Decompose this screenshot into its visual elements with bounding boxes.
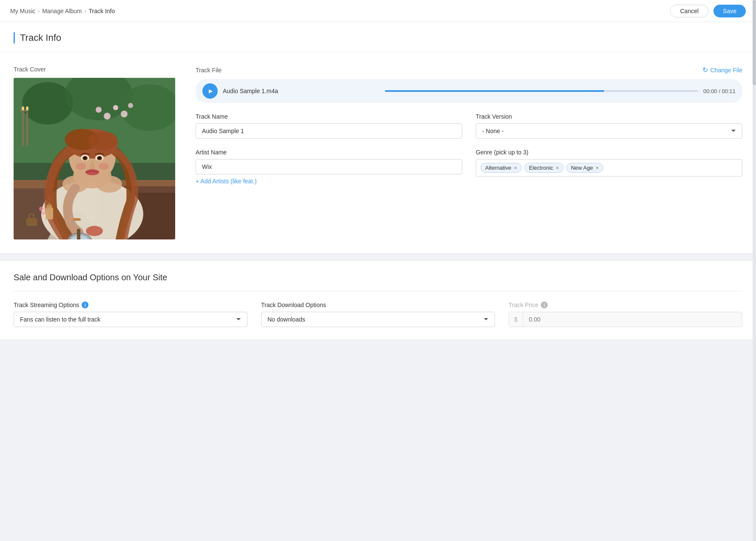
play-button[interactable]: ▶ xyxy=(202,83,218,99)
genre-tag-alternative-remove[interactable]: × xyxy=(514,165,517,171)
svg-point-20 xyxy=(86,226,103,236)
svg-rect-10 xyxy=(26,112,28,146)
svg-point-2 xyxy=(22,82,73,125)
audio-player: ▶ Audio Sample 1.m4a 00:00 / 00:11 xyxy=(196,79,742,103)
svg-point-13 xyxy=(22,106,24,111)
topbar: My Music › Manage Album › Track Info Can… xyxy=(0,0,756,22)
genre-tag-new-age: New Age × xyxy=(566,163,604,173)
track-details-column: Track File ↻ Change File ▶ Audio Sample … xyxy=(196,66,742,239)
track-name-version-row: Track Name Track Version - None - xyxy=(196,113,742,139)
genre-group: Genre (pick up to 3) Alternative × Elect… xyxy=(476,149,742,185)
change-file-label: Change File xyxy=(711,67,743,74)
track-version-select[interactable]: - None - xyxy=(476,123,742,139)
breadcrumb-chevron-1: › xyxy=(38,8,40,14)
track-cover-image xyxy=(14,78,175,239)
price-info-icon[interactable]: i xyxy=(541,302,548,308)
track-cover-column: Track Cover xyxy=(14,66,175,239)
svg-point-7 xyxy=(96,107,102,113)
track-file-header: Track File ↻ Change File xyxy=(196,66,742,74)
genre-label: Genre (pick up to 3) xyxy=(476,149,742,156)
sale-options-row: Track Streaming Options i Fans can liste… xyxy=(14,302,742,327)
price-input-wrapper: $ xyxy=(509,312,742,327)
svg-point-46 xyxy=(39,207,43,211)
genre-tag-new-age-remove[interactable]: × xyxy=(596,165,599,171)
audio-progress-fill xyxy=(385,90,604,92)
artist-name-group: Artist Name + Add Artists (like feat.) xyxy=(196,149,462,185)
svg-point-35 xyxy=(76,163,86,170)
topbar-actions: Cancel Save xyxy=(670,5,746,17)
breadcrumb-track-info: Track Info xyxy=(89,8,115,14)
genre-tag-alternative: Alternative × xyxy=(480,163,522,173)
artist-name-label: Artist Name xyxy=(196,149,462,156)
track-info-section: Track Cover xyxy=(0,52,756,253)
breadcrumb: My Music › Manage Album › Track Info xyxy=(10,8,115,14)
audio-filename: Audio Sample 1.m4a xyxy=(223,88,380,94)
svg-point-14 xyxy=(26,106,28,111)
svg-rect-43 xyxy=(45,208,53,219)
svg-point-9 xyxy=(128,103,133,108)
svg-point-6 xyxy=(113,105,118,110)
track-version-group: Track Version - None - xyxy=(476,113,742,139)
svg-point-5 xyxy=(104,113,111,120)
track-version-label: Track Version xyxy=(476,113,742,120)
genre-tag-alternative-label: Alternative xyxy=(485,165,511,171)
download-select[interactable]: No downloadsFree downloadPaid download xyxy=(261,312,495,327)
audio-time: 00:00 / 00:11 xyxy=(703,88,736,94)
add-artists-link[interactable]: + Add Artists (like feat.) xyxy=(196,178,257,185)
artist-genre-row: Artist Name + Add Artists (like feat.) G… xyxy=(196,149,742,185)
breadcrumb-chevron-2: › xyxy=(85,8,86,14)
svg-point-36 xyxy=(99,163,109,170)
play-icon: ▶ xyxy=(209,88,213,94)
svg-point-27 xyxy=(88,131,118,150)
price-group: Track Price i $ xyxy=(509,302,742,327)
price-input[interactable] xyxy=(523,312,742,327)
streaming-select[interactable]: Fans can listen to the full trackNo stre… xyxy=(14,312,247,327)
download-label-row: Track Download Options xyxy=(261,302,495,308)
svg-point-32 xyxy=(84,157,86,159)
track-cover-painting xyxy=(14,78,175,239)
svg-rect-11 xyxy=(22,112,24,146)
genre-tags-container[interactable]: Alternative × Electronic × New Age × xyxy=(476,159,742,177)
svg-point-34 xyxy=(85,169,99,175)
streaming-info-icon[interactable]: i xyxy=(82,302,88,308)
audio-progress-bar-container[interactable] xyxy=(385,90,698,92)
price-label: Track Price xyxy=(509,302,538,308)
cancel-button[interactable]: Cancel xyxy=(670,5,708,17)
page-title: Track Info xyxy=(20,32,742,43)
svg-rect-45 xyxy=(48,202,50,206)
streaming-label: Track Streaming Options xyxy=(14,302,79,308)
price-currency-symbol: $ xyxy=(509,312,523,327)
price-label-row: Track Price i xyxy=(509,302,742,308)
streaming-label-row: Track Streaming Options i xyxy=(14,302,247,308)
breadcrumb-manage-album[interactable]: Manage Album xyxy=(42,8,82,14)
track-name-group: Track Name xyxy=(196,113,462,139)
download-options-group: Track Download Options No downloadsFree … xyxy=(261,302,495,327)
save-button[interactable]: Save xyxy=(713,5,746,17)
section-divider xyxy=(0,253,756,261)
scrollbar-thumb[interactable] xyxy=(753,0,756,85)
change-file-button[interactable]: ↻ Change File xyxy=(702,66,743,74)
genre-tag-electronic-remove[interactable]: × xyxy=(556,165,559,171)
sale-section: Sale and Download Options on Your Site T… xyxy=(0,261,756,339)
track-cover-label: Track Cover xyxy=(14,66,175,73)
artist-name-input[interactable] xyxy=(196,159,462,174)
svg-rect-41 xyxy=(77,229,80,239)
breadcrumb-my-music[interactable]: My Music xyxy=(10,8,35,14)
svg-rect-42 xyxy=(73,218,81,221)
track-name-input[interactable] xyxy=(196,123,462,139)
page-title-bar: Track Info xyxy=(0,22,756,52)
sale-section-divider xyxy=(14,291,742,291)
track-name-label: Track Name xyxy=(196,113,462,120)
sale-section-title: Sale and Download Options on Your Site xyxy=(14,273,742,282)
svg-point-33 xyxy=(98,157,101,159)
scrollbar[interactable] xyxy=(753,0,756,339)
refresh-icon: ↻ xyxy=(702,66,708,74)
genre-tag-new-age-label: New Age xyxy=(571,165,593,171)
genre-tag-electronic-label: Electronic xyxy=(529,165,553,171)
streaming-options-group: Track Streaming Options i Fans can liste… xyxy=(14,302,247,327)
svg-point-8 xyxy=(121,111,128,117)
genre-tag-electronic: Electronic × xyxy=(524,163,564,173)
svg-point-47 xyxy=(42,211,45,215)
track-file-label: Track File xyxy=(196,67,222,74)
download-label: Track Download Options xyxy=(261,302,326,308)
